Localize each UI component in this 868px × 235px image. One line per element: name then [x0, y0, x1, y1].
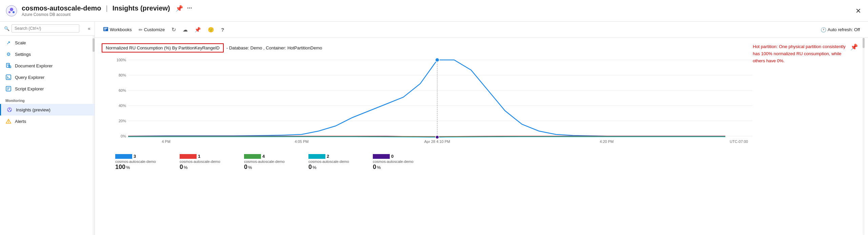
toolbar: Workbooks ✏ Customize ↻ ☁ 📌 🙂 ? 🕐	[95, 22, 868, 38]
svg-point-18	[10, 110, 11, 111]
document-explorer-icon	[5, 63, 12, 69]
hot-partition-note-text: Hot partition: One physical partition co…	[753, 44, 846, 63]
legend-label-3: cosmos-autoscale-demo	[115, 159, 156, 164]
workbooks-label: Workbooks	[110, 27, 132, 32]
workbooks-button[interactable]: Workbooks	[100, 25, 135, 34]
legend-item-1: 1 cosmos-autoscale-demo 0%	[180, 154, 241, 171]
app-header: cosmos-autoscale-demo | Insights (previe…	[0, 0, 868, 22]
header-titles: cosmos-autoscale-demo | Insights (previe…	[22, 4, 192, 17]
legend-color-0	[373, 154, 390, 159]
sidebar-item-insights-preview[interactable]: Insights (preview)	[0, 104, 95, 115]
svg-rect-23	[104, 28, 107, 28]
legend-item-3: 3 cosmos-autoscale-demo 100%	[115, 154, 176, 171]
svg-text:Apr 28 4:10 PM: Apr 28 4:10 PM	[424, 140, 450, 144]
help-button[interactable]: ?	[218, 25, 227, 34]
sidebar-item-query-explorer[interactable]: Query Explorer	[0, 71, 95, 83]
chart-scrollbar-track	[863, 38, 865, 235]
svg-point-2	[8, 11, 11, 13]
legend-label-0: cosmos-autoscale-demo	[373, 159, 413, 164]
legend-number-2: 2	[327, 154, 329, 159]
sidebar-item-settings[interactable]: ⚙ Settings	[0, 48, 95, 60]
legend-number-1: 1	[198, 154, 200, 159]
legend-item-0: 0 cosmos-autoscale-demo 0%	[373, 154, 434, 171]
sidebar-item-script-explorer[interactable]: Script Explorer	[0, 83, 95, 94]
legend-label-2: cosmos-autoscale-demo	[308, 159, 349, 164]
svg-text:UTC-07:00: UTC-07:00	[730, 140, 748, 144]
cloud-icon: ☁	[183, 27, 188, 33]
svg-text:0%: 0%	[121, 134, 126, 138]
svg-point-16	[9, 108, 10, 110]
svg-text:100%: 100%	[117, 58, 126, 62]
svg-text:80%: 80%	[119, 73, 126, 77]
legend-value-2: 0%	[308, 164, 317, 171]
legend-item-2: 2 cosmos-autoscale-demo 0%	[308, 154, 369, 171]
workbooks-icon	[103, 26, 108, 33]
customize-label: Customize	[144, 27, 165, 32]
legend-value-4: 0%	[244, 164, 252, 171]
sidebar-item-document-explorer[interactable]: Document Explorer	[0, 60, 95, 71]
refresh-button[interactable]: ↻	[169, 25, 179, 34]
legend-label-1: cosmos-autoscale-demo	[180, 159, 220, 164]
hot-partition-note: Hot partition: One physical partition co…	[753, 43, 848, 64]
header-actions: ✕	[854, 5, 863, 16]
customize-icon: ✏	[139, 27, 143, 33]
search-input[interactable]	[12, 24, 79, 33]
svg-rect-6	[7, 65, 9, 66]
chart-title-suffix: - Database: Demo , Container: HotPartiti…	[226, 45, 322, 50]
chart-title-boxed: Normalized RU Consumption (%) By Partiti…	[102, 43, 224, 52]
script-explorer-icon	[5, 86, 12, 92]
sidebar-item-scale[interactable]: ↗ Scale	[0, 37, 95, 48]
scale-icon: ↗	[5, 40, 12, 46]
sidebar-nav-container: ↗ Scale ⚙ Settings Document Explorer	[0, 36, 95, 235]
scrollbar-track	[93, 36, 95, 235]
svg-rect-5	[7, 64, 9, 65]
svg-rect-9	[6, 75, 11, 80]
auto-refresh-button[interactable]: 🕐 Auto refresh: Off	[818, 26, 863, 34]
chart-svg: 100% 80% 60% 40% 20% 0% 4 PM 4:05 PM	[115, 57, 759, 151]
legend-color-4	[244, 154, 261, 159]
insights-icon	[6, 107, 13, 113]
svg-rect-24	[104, 29, 106, 29]
emoji-icon: 🙂	[208, 27, 214, 33]
legend-number-4: 4	[262, 154, 265, 159]
legend-label-4: cosmos-autoscale-demo	[244, 159, 285, 164]
auto-refresh-label: Auto refresh: Off	[828, 27, 860, 32]
settings-icon: ⚙	[5, 51, 12, 57]
query-explorer-icon	[5, 74, 12, 80]
collapse-sidebar-button[interactable]: «	[88, 26, 90, 31]
legend-number-3: 3	[134, 154, 136, 159]
legend-value-0: 0%	[373, 164, 381, 171]
pin-toolbar-button[interactable]: 📌	[192, 25, 204, 34]
sidebar-item-alerts[interactable]: Alerts	[0, 115, 95, 127]
resource-name: cosmos-autoscale-demo	[22, 4, 101, 12]
chart-title-bar: Normalized RU Consumption (%) By Partiti…	[102, 43, 861, 52]
sidebar-label-script-explorer: Script Explorer	[15, 86, 44, 91]
pin-header-icon[interactable]: 📌	[176, 5, 183, 12]
chart-scrollbar-thumb[interactable]	[863, 38, 865, 48]
auto-refresh-icon: 🕐	[821, 27, 826, 33]
close-button[interactable]: ✕	[854, 5, 863, 16]
chart-pin-icon[interactable]: 📌	[850, 43, 858, 51]
svg-text:4 PM: 4 PM	[162, 140, 170, 144]
chart-scrollbar	[861, 38, 865, 235]
svg-point-3	[13, 11, 15, 13]
emoji-button[interactable]: 🙂	[205, 25, 217, 34]
legend-color-3	[115, 154, 132, 159]
sidebar-label-query-explorer: Query Explorer	[15, 75, 44, 80]
customize-button[interactable]: ✏ Customize	[136, 26, 167, 34]
svg-text:40%: 40%	[119, 104, 126, 108]
svg-text:4:20 PM: 4:20 PM	[600, 140, 614, 144]
help-icon: ?	[221, 27, 224, 33]
app-icon	[5, 5, 18, 17]
svg-rect-25	[104, 30, 106, 30]
title-separator: |	[106, 4, 108, 12]
sidebar-label-document-explorer: Document Explorer	[15, 63, 53, 68]
scrollbar-thumb[interactable]	[93, 38, 95, 52]
cloud-button[interactable]: ☁	[180, 25, 190, 34]
more-options-icon[interactable]: ···	[187, 5, 192, 12]
legend-value-3: 100%	[115, 164, 130, 171]
svg-point-17	[8, 110, 9, 111]
svg-point-1	[10, 8, 13, 11]
chart-purple-dot	[436, 135, 439, 139]
chart-peak-dot	[435, 58, 439, 62]
